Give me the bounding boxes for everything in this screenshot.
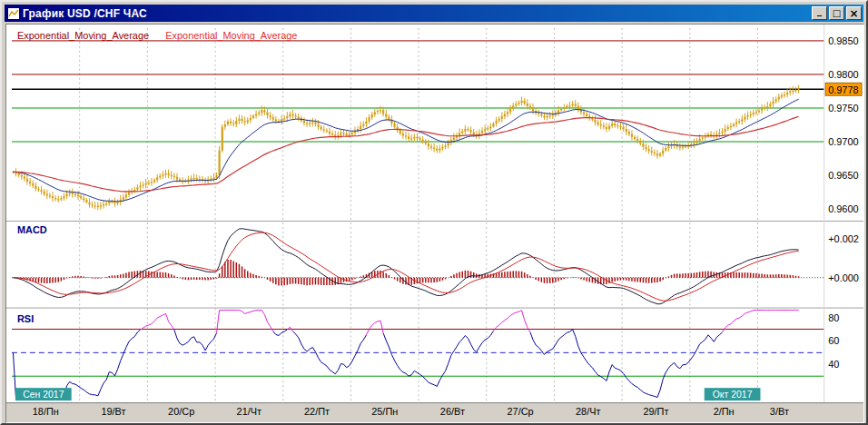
candle-body <box>461 132 463 133</box>
rsi-line-segment <box>73 383 75 384</box>
candle-body <box>487 128 488 129</box>
candle-body <box>103 204 104 205</box>
candle-body <box>571 104 573 106</box>
current-price-label: 0.9778 <box>828 84 858 95</box>
candle-body <box>639 141 641 143</box>
candle-body <box>781 95 783 97</box>
candle-body <box>77 195 79 197</box>
candle-body <box>235 121 237 124</box>
candle-body <box>66 193 68 196</box>
candle-body <box>441 147 443 149</box>
candle-body <box>738 122 740 123</box>
candle-body <box>193 178 195 179</box>
maximize-button[interactable]: □ <box>829 6 844 20</box>
candle-body <box>29 182 31 183</box>
candle-body <box>515 104 517 106</box>
rsi-line-segment <box>340 363 343 364</box>
candle-body <box>72 193 74 194</box>
candle-body <box>85 200 87 203</box>
price-tick-label: 0.9800 <box>828 69 858 80</box>
date-label: 28/Чт <box>576 406 601 417</box>
candle-body <box>665 148 666 151</box>
candle-body <box>232 124 234 124</box>
candle-body <box>577 106 579 110</box>
candle-body <box>196 178 198 179</box>
candle-body <box>35 185 36 188</box>
candle-body <box>527 104 528 106</box>
candle-body <box>467 129 469 130</box>
candle-body <box>385 114 387 117</box>
candle-body <box>597 123 599 125</box>
candle-body <box>489 126 491 128</box>
candle-body <box>326 130 328 131</box>
close-button[interactable]: × <box>846 6 862 20</box>
candle-body <box>125 195 127 198</box>
candle-body <box>733 124 735 126</box>
candle-body <box>337 135 339 136</box>
rsi-line-segment <box>652 396 655 397</box>
candle-body <box>24 176 25 178</box>
candle-body <box>219 151 221 175</box>
candle-body <box>546 116 547 117</box>
candle-body <box>116 202 118 203</box>
candle-body <box>97 206 99 207</box>
candle-body <box>464 129 466 132</box>
candle-body <box>153 180 155 182</box>
candle-body <box>52 196 54 198</box>
date-label: 27/Ср <box>508 406 534 417</box>
candle-body <box>540 114 542 116</box>
candle-body <box>323 129 325 130</box>
window-controls: _ □ × <box>812 6 862 20</box>
date-label: 19/Вт <box>101 406 125 417</box>
candle-body <box>496 121 498 124</box>
window-title: График USD /CHF ЧАС <box>23 7 812 20</box>
candle-body <box>549 115 551 116</box>
candle-body <box>69 193 71 193</box>
candle-body <box>538 113 539 114</box>
candle-body <box>255 114 257 116</box>
candle-body <box>453 138 455 140</box>
minimize-button[interactable]: _ <box>812 6 827 20</box>
candle-body <box>362 124 364 126</box>
window-icon[interactable] <box>7 7 20 20</box>
candle-body <box>755 112 757 113</box>
candle-body <box>699 139 701 142</box>
chart-area[interactable]: 0.98500.98000.97500.97000.96500.9600+0.0… <box>5 24 864 423</box>
candle-body <box>37 189 39 190</box>
candle-body <box>100 205 102 206</box>
chart-canvas[interactable]: 0.98500.98000.97500.97000.96500.9600+0.0… <box>6 25 863 422</box>
candle-body <box>594 120 596 123</box>
candle-body <box>444 145 446 147</box>
candle-body <box>371 114 373 117</box>
chart-background <box>6 25 863 402</box>
maximize-icon: □ <box>833 9 841 18</box>
candle-body <box>710 134 712 135</box>
candle-body <box>529 106 531 108</box>
candle-body <box>263 110 265 112</box>
candle-body <box>74 194 76 195</box>
candle-body <box>83 198 84 200</box>
candle-body <box>275 120 277 122</box>
candle-body <box>128 193 130 195</box>
candle-body <box>57 199 59 200</box>
candle-body <box>636 139 638 141</box>
candle-body <box>642 143 644 146</box>
candle-body <box>286 116 288 118</box>
candle-body <box>436 149 438 151</box>
candle-body <box>746 115 748 116</box>
macd-tick-label: +0.002 <box>828 233 859 244</box>
candle-body <box>469 130 471 133</box>
candle-body <box>224 124 226 127</box>
candle-body <box>693 143 695 143</box>
candle-body <box>764 107 765 108</box>
candle-body <box>281 119 282 122</box>
rsi-tick-label: 40 <box>828 359 839 370</box>
candle-body <box>40 190 42 192</box>
candle-body <box>18 173 20 175</box>
candle-body <box>26 179 28 182</box>
candle-body <box>413 137 415 139</box>
candle-body <box>600 124 602 125</box>
price-tick-label: 0.9650 <box>828 170 858 181</box>
title-bar[interactable]: График USD /CHF ЧАС _ □ × <box>5 5 863 22</box>
rsi-tick-label: 80 <box>828 312 839 323</box>
